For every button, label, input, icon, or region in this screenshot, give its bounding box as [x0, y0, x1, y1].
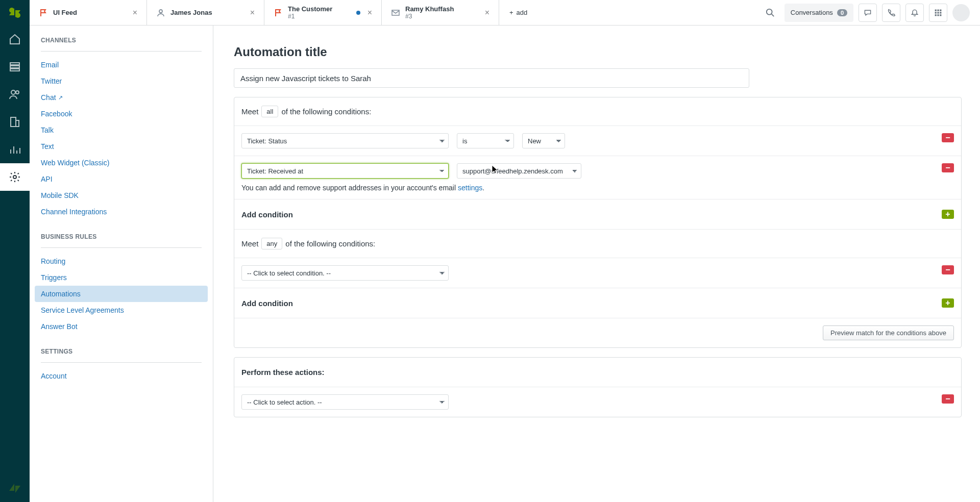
search-icon[interactable] — [761, 4, 779, 22]
meet-label: Meet — [241, 239, 258, 248]
add-condition-row: Add condition + — [234, 288, 961, 318]
svg-point-1 — [15, 13, 20, 18]
sidebar-item-api[interactable]: API — [30, 171, 213, 187]
conversations-label: Conversations — [791, 9, 833, 16]
svg-rect-21 — [940, 14, 941, 16]
tab-label: James Jonas — [170, 9, 243, 17]
close-icon[interactable]: × — [248, 6, 257, 19]
remove-condition-button[interactable]: − — [942, 265, 954, 274]
conversations-button[interactable]: Conversations 0 — [785, 4, 853, 22]
all-chip[interactable]: all — [261, 106, 278, 117]
add-condition-button[interactable]: + — [942, 210, 954, 219]
sidebar-item-sla[interactable]: Service Level Agreements — [30, 302, 213, 318]
sidebar-item-chat[interactable]: Chat↗ — [30, 89, 213, 106]
condition-row: Ticket: Received at support@uifeedhelp.z… — [234, 156, 961, 199]
remove-condition-button[interactable]: − — [942, 133, 954, 142]
page-title: Automation title — [234, 45, 962, 59]
sidebar-item-mobilesdk[interactable]: Mobile SDK — [30, 187, 213, 204]
close-icon[interactable]: × — [483, 6, 492, 19]
avatar[interactable] — [952, 4, 970, 21]
condition-row: Ticket: Status is New − — [234, 126, 961, 156]
svg-point-9 — [13, 175, 16, 179]
svg-point-6 — [16, 91, 19, 94]
rail-admin-icon[interactable] — [0, 163, 30, 191]
svg-point-5 — [11, 90, 15, 94]
sidebar-item-text[interactable]: Text — [30, 138, 213, 155]
condition-email-select[interactable]: support@uifeedhelp.zendesk.com — [457, 163, 581, 179]
svg-rect-11 — [392, 10, 399, 15]
any-chip[interactable]: any — [261, 238, 282, 249]
rail-reports-icon[interactable] — [0, 136, 30, 163]
svg-rect-18 — [940, 12, 941, 13]
close-icon[interactable]: × — [131, 6, 139, 19]
sidebar-item-channelint[interactable]: Channel Integrations — [30, 204, 213, 220]
tab-ramy[interactable]: Ramy Khuffash#3 × — [382, 0, 499, 25]
tab-customer[interactable]: The Customer#1 × — [264, 0, 382, 25]
section-title-settings: SETTINGS — [30, 348, 213, 362]
svg-rect-15 — [940, 9, 941, 11]
tab-james[interactable]: James Jonas × — [147, 0, 264, 25]
rail-customers-icon[interactable] — [0, 81, 30, 108]
remove-condition-button[interactable]: − — [942, 163, 954, 172]
preview-button[interactable]: Preview match for the conditions above — [823, 325, 954, 340]
sidebar-item-answerbot[interactable]: Answer Bot — [30, 318, 213, 335]
tab-label: Ramy Khuffash#3 — [405, 5, 478, 20]
svg-rect-8 — [16, 120, 19, 127]
rail-org-icon[interactable] — [0, 108, 30, 136]
add-condition-button[interactable]: + — [942, 298, 954, 308]
sidebar-item-triggers[interactable]: Triggers — [30, 269, 213, 286]
rail-views-icon[interactable] — [0, 53, 30, 81]
conditions-all-header: Meet all of the following conditions: — [234, 97, 961, 126]
add-tab-button[interactable]: + add — [499, 0, 537, 25]
settings-link[interactable]: settings — [458, 184, 482, 192]
section-title-channels: CHANNELS — [30, 37, 213, 51]
tab-uifeed[interactable]: UI Feed × — [30, 0, 147, 25]
phone-icon[interactable] — [882, 4, 900, 22]
sidebar-item-webwidget[interactable]: Web Widget (Classic) — [30, 155, 213, 171]
sidebar-item-account[interactable]: Account — [30, 368, 213, 384]
svg-rect-14 — [937, 9, 939, 11]
sidebar-item-email[interactable]: Email — [30, 57, 213, 73]
sidebar-item-facebook[interactable]: Facebook — [30, 106, 213, 122]
condition-row: -- Click to select condition. -- − — [234, 258, 961, 288]
add-condition-row: Add condition + — [234, 199, 961, 229]
svg-rect-13 — [935, 9, 937, 11]
flag-icon — [274, 8, 283, 17]
condition-op-select[interactable]: is — [457, 133, 514, 148]
svg-rect-2 — [10, 63, 19, 65]
apps-icon[interactable] — [929, 4, 947, 22]
svg-rect-20 — [937, 14, 939, 16]
tabstrip: UI Feed × James Jonas × The Customer#1 ×… — [30, 0, 980, 26]
conditions-all-panel: Meet all of the following conditions: Ti… — [234, 97, 962, 348]
condition-empty-select[interactable]: -- Click to select condition. -- — [241, 265, 449, 281]
condition-help-text: You can add and remove support addresses… — [241, 184, 581, 192]
svg-rect-4 — [10, 69, 19, 71]
chat-icon[interactable] — [859, 4, 877, 22]
condition-field-select[interactable]: Ticket: Received at — [241, 163, 449, 179]
sidebar-item-twitter[interactable]: Twitter — [30, 73, 213, 89]
remove-action-button[interactable]: − — [942, 394, 954, 404]
main-content: Automation title Meet all of the followi… — [213, 26, 980, 502]
zendesk-logo — [0, 0, 30, 26]
svg-point-0 — [9, 8, 14, 13]
rail-home-icon[interactable] — [0, 26, 30, 53]
action-select[interactable]: -- Click to select action. -- — [241, 394, 449, 410]
add-tab-label: add — [517, 9, 528, 16]
sidebar-item-routing[interactable]: Routing — [30, 253, 213, 269]
sidebar-item-talk[interactable]: Talk — [30, 122, 213, 138]
sidebar-item-automations[interactable]: Automations — [35, 286, 208, 302]
external-link-icon: ↗ — [58, 94, 63, 101]
svg-rect-17 — [937, 12, 939, 13]
tab-label: The Customer#1 — [288, 5, 351, 20]
svg-rect-16 — [935, 12, 937, 13]
close-icon[interactable]: × — [365, 6, 374, 19]
condition-value-select[interactable]: New — [522, 133, 565, 148]
meet-label: Meet — [241, 107, 258, 116]
condition-field-select[interactable]: Ticket: Status — [241, 133, 449, 148]
automation-title-input[interactable] — [234, 68, 749, 88]
svg-point-12 — [767, 9, 772, 14]
of-following-label: of the following conditions: — [285, 239, 375, 248]
top-actions: Conversations 0 — [761, 0, 980, 25]
bell-icon[interactable] — [905, 4, 924, 22]
svg-rect-7 — [11, 117, 16, 127]
